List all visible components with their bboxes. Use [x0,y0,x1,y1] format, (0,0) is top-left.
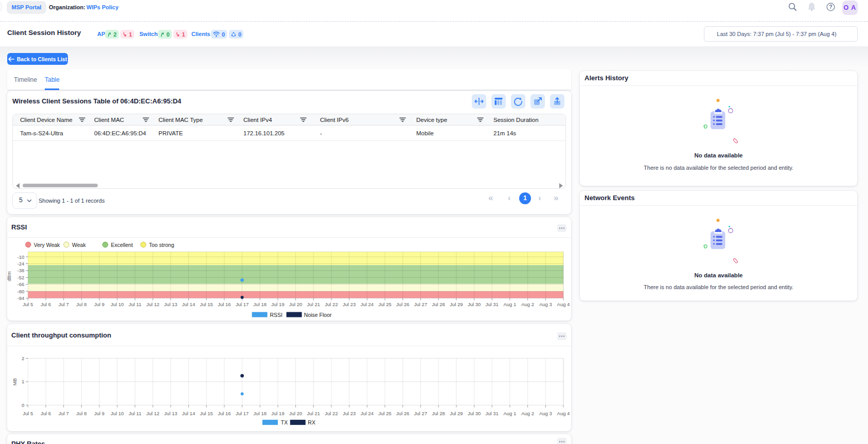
svg-text:Jul 11: Jul 11 [129,301,141,307]
svg-text:Jul 30: Jul 30 [468,411,481,416]
svg-text:Jul 29: Jul 29 [450,301,463,307]
svg-text:Jul 19: Jul 19 [271,411,284,416]
svg-text:Aug 3: Aug 3 [539,301,552,307]
svg-text:Jul 28: Jul 28 [432,301,445,307]
svg-text:Jul 21: Jul 21 [307,411,320,416]
svg-text:Jul 7: Jul 7 [59,411,69,416]
svg-text:Jul 29: Jul 29 [450,411,463,416]
svg-text:Jul 24: Jul 24 [361,411,374,416]
svg-text:Jul 15: Jul 15 [200,411,213,416]
svg-text:Jul 31: Jul 31 [486,301,499,307]
svg-text:Jul 5: Jul 5 [23,411,33,416]
svg-text:Jul 18: Jul 18 [254,411,267,416]
svg-text:Jul 25: Jul 25 [378,301,391,307]
svg-text:Excellent: Excellent [111,242,133,248]
svg-text:Jul 19: Jul 19 [271,301,284,307]
svg-text:Jul 26: Jul 26 [396,301,409,307]
svg-text:Jul 12: Jul 12 [146,411,159,416]
svg-text:Jul 31: Jul 31 [486,411,499,416]
svg-text:Jul 17: Jul 17 [236,301,249,307]
svg-text:Jul 10: Jul 10 [111,411,123,416]
svg-text:1: 1 [22,379,24,384]
svg-text:Jul 24: Jul 24 [361,301,374,307]
svg-text:-38: -38 [17,268,25,273]
svg-text:Jul 23: Jul 23 [343,411,356,416]
svg-text:Aug 3: Aug 3 [539,411,552,416]
svg-text:Too strong: Too strong [149,242,174,248]
svg-text:-10: -10 [17,254,25,260]
svg-text:2: 2 [22,356,24,361]
svg-text:Jul 6: Jul 6 [41,411,51,416]
svg-text:?: ? [829,4,832,10]
svg-text:Jul 25: Jul 25 [378,411,391,416]
svg-text:Jul 9: Jul 9 [94,411,104,416]
svg-text:Jul 9: Jul 9 [94,301,104,307]
svg-text:Jul 8: Jul 8 [76,301,86,307]
svg-text:-24: -24 [17,261,25,267]
svg-text:Noise Floor: Noise Floor [304,312,332,318]
svg-text:Jul 11: Jul 11 [129,411,141,416]
svg-text:Jul 26: Jul 26 [396,411,409,416]
svg-text:Jul 16: Jul 16 [218,411,231,416]
svg-text:Aug 4: Aug 4 [557,411,570,416]
svg-text:Weak: Weak [72,242,86,248]
svg-text:-80: -80 [17,289,25,294]
svg-text:-66: -66 [17,281,25,287]
svg-text:MB: MB [12,378,17,385]
svg-text:Jul 10: Jul 10 [111,301,123,307]
svg-text:Jul 5: Jul 5 [23,301,33,307]
svg-text:Aug 1: Aug 1 [503,411,516,416]
svg-text:Jul 12: Jul 12 [146,301,159,307]
svg-text:-94: -94 [17,295,25,301]
svg-text:Jul 22: Jul 22 [325,411,338,416]
svg-text:TX: TX [281,419,288,425]
svg-text:Jul 13: Jul 13 [164,411,177,416]
svg-text:Jul 18: Jul 18 [254,301,267,307]
svg-text:Jul 14: Jul 14 [182,411,195,416]
svg-text:Jul 30: Jul 30 [468,301,481,307]
svg-text:-52: -52 [17,275,25,280]
svg-text:Jul 17: Jul 17 [236,411,249,416]
svg-text:RX: RX [308,419,315,425]
svg-text:Jul 8: Jul 8 [76,411,86,416]
svg-text:Jul 28: Jul 28 [432,411,445,416]
svg-text:Jul 21: Jul 21 [307,301,320,307]
svg-text:Jul 20: Jul 20 [289,411,302,416]
svg-text:Very Weak: Very Weak [34,242,60,248]
svg-text:dBm: dBm [7,271,12,281]
svg-text:Jul 23: Jul 23 [343,301,356,307]
svg-text:Jul 7: Jul 7 [59,301,69,307]
svg-text:Jul 27: Jul 27 [414,301,427,307]
svg-text:RSSI: RSSI [270,312,282,318]
svg-text:Aug 2: Aug 2 [521,301,534,307]
svg-text:Aug 1: Aug 1 [503,301,516,307]
svg-text:Jul 20: Jul 20 [289,301,302,307]
svg-text:Jul 14: Jul 14 [182,301,195,307]
svg-text:Jul 27: Jul 27 [414,411,427,416]
svg-text:Jul 16: Jul 16 [218,301,231,307]
svg-text:Jul 22: Jul 22 [325,301,338,307]
svg-text:Jul 15: Jul 15 [200,301,213,307]
svg-text:Jul 13: Jul 13 [164,301,177,307]
svg-text:Aug 4: Aug 4 [557,301,570,307]
svg-text:0: 0 [22,402,24,408]
svg-text:Jul 6: Jul 6 [41,301,51,307]
svg-text:Aug 2: Aug 2 [521,411,534,416]
